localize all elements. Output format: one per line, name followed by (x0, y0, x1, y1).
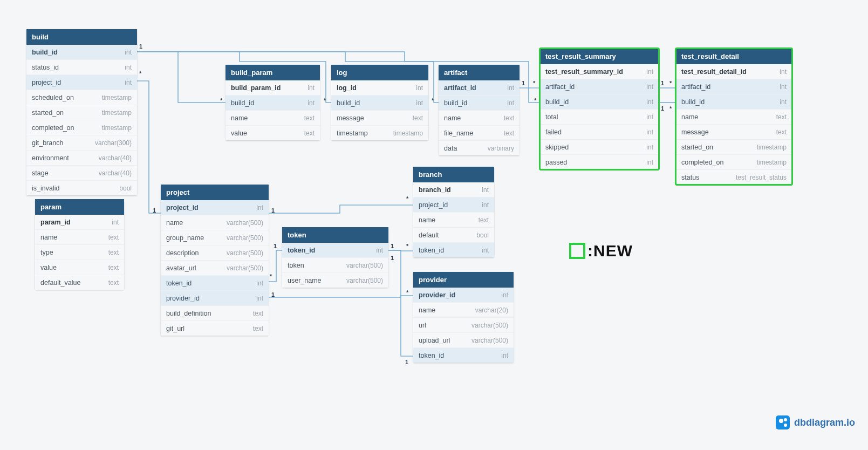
field-row[interactable]: valuetext (225, 126, 320, 140)
field-row[interactable]: token_idint (282, 243, 388, 258)
field-row[interactable]: test_result_detail_idint (676, 64, 792, 79)
entity-build[interactable]: buildbuild_idintstatus_idintproject_idin… (26, 29, 137, 195)
field-row[interactable]: branch_idint (413, 182, 494, 197)
field-row[interactable]: skippedint (540, 140, 659, 155)
cardinality-label: 1 (405, 359, 408, 365)
field-type: int (482, 186, 489, 194)
erd-canvas[interactable]: :NEW dbdiagram.io buildbuild_idintstatus… (0, 0, 868, 450)
field-name: data (444, 145, 457, 152)
field-row[interactable]: completed_ontimestamp (676, 155, 792, 170)
entity-header[interactable]: project (161, 185, 269, 200)
entity-provider[interactable]: providerprovider_idintnamevarchar(20)url… (413, 272, 514, 363)
entity-test_result_summary[interactable]: test_result_summarytest_result_summary_i… (540, 49, 659, 169)
field-row[interactable]: artifact_idint (439, 80, 520, 96)
field-row[interactable]: valuetext (35, 260, 124, 275)
field-row[interactable]: project_idint (413, 197, 494, 213)
field-row[interactable]: status_idint (26, 60, 137, 75)
entity-artifact[interactable]: artifactartifact_idintbuild_idintnametex… (439, 65, 520, 155)
watermark[interactable]: dbdiagram.io (776, 415, 855, 429)
field-row[interactable]: totalint (540, 110, 659, 125)
field-type: int (646, 144, 653, 151)
field-row[interactable]: nametext (35, 230, 124, 245)
field-row[interactable]: namevarchar(500) (161, 215, 269, 230)
field-row[interactable]: urlvarchar(500) (413, 318, 514, 333)
entity-header[interactable]: provider (413, 272, 514, 288)
entity-header[interactable]: build (26, 29, 137, 45)
field-row[interactable]: build_idint (331, 96, 428, 111)
field-row[interactable]: started_ontimestamp (676, 140, 792, 155)
field-row[interactable]: build_definitiontext (161, 306, 269, 321)
field-row[interactable]: token_idint (413, 243, 494, 257)
entity-header[interactable]: test_result_summary (540, 49, 659, 64)
field-row[interactable]: group_namevarchar(500) (161, 230, 269, 246)
field-row[interactable]: scheduled_ontimestamp (26, 90, 137, 105)
entity-header[interactable]: branch (413, 167, 494, 182)
field-name: group_name (166, 234, 204, 242)
field-row[interactable]: timestamptimestamp (331, 126, 428, 140)
field-row[interactable]: git_branchvarchar(300) (26, 135, 137, 151)
field-row[interactable]: provider_idint (413, 288, 514, 303)
field-row[interactable]: user_namevarchar(500) (282, 273, 388, 288)
entity-project[interactable]: projectproject_idintnamevarchar(500)grou… (161, 185, 269, 336)
entity-header[interactable]: artifact (439, 65, 520, 80)
field-row[interactable]: messagetext (676, 125, 792, 140)
field-type: bool (476, 231, 489, 239)
field-row[interactable]: descriptionvarchar(500) (161, 246, 269, 261)
field-row[interactable]: nametext (676, 110, 792, 125)
field-row[interactable]: statustest_result_status (676, 170, 792, 185)
field-row[interactable]: test_result_summary_idint (540, 64, 659, 79)
field-row[interactable]: failedint (540, 125, 659, 140)
field-row[interactable]: build_idint (439, 96, 520, 111)
entity-test_result_detail[interactable]: test_result_detailtest_result_detail_idi… (676, 49, 792, 185)
field-row[interactable]: environmentvarchar(40) (26, 151, 137, 166)
entity-build_param[interactable]: build_parambuild_param_idintbuild_idintn… (225, 65, 320, 140)
field-row[interactable]: nametext (413, 213, 494, 228)
field-type: int (501, 291, 508, 299)
field-row[interactable]: messagetext (331, 111, 428, 126)
field-row[interactable]: typetext (35, 245, 124, 260)
field-row[interactable]: namevarchar(20) (413, 303, 514, 318)
field-row[interactable]: build_param_idint (225, 80, 320, 96)
field-row[interactable]: project_idint (26, 75, 137, 90)
field-row[interactable]: build_idint (26, 45, 137, 60)
entity-header[interactable]: build_param (225, 65, 320, 80)
field-row[interactable]: project_idint (161, 200, 269, 215)
entity-log[interactable]: loglog_idintbuild_idintmessagetexttimest… (331, 65, 428, 140)
field-row[interactable]: default_valuetext (35, 275, 124, 290)
field-row[interactable]: token_idint (161, 276, 269, 291)
field-row[interactable]: artifact_idint (540, 79, 659, 94)
field-row[interactable]: is_invalidbool (26, 181, 137, 195)
field-row[interactable]: build_idint (676, 94, 792, 110)
field-row[interactable]: provider_idint (161, 291, 269, 306)
field-row[interactable]: upload_urlvarchar(500) (413, 333, 514, 348)
entity-header[interactable]: param (35, 199, 124, 215)
field-row[interactable]: build_idint (540, 94, 659, 110)
field-row[interactable]: file_nametext (439, 126, 520, 141)
entity-header[interactable]: log (331, 65, 428, 80)
entity-header[interactable]: token (282, 227, 388, 243)
field-row[interactable]: started_ontimestamp (26, 105, 137, 120)
field-name: scheduled_on (32, 94, 74, 101)
field-row[interactable]: defaultbool (413, 228, 494, 243)
entity-token[interactable]: tokentoken_idinttokenvarchar(500)user_na… (282, 227, 388, 288)
field-row[interactable]: nametext (225, 111, 320, 126)
field-row[interactable]: datavarbinary (439, 141, 520, 155)
field-row[interactable]: tokenvarchar(500) (282, 258, 388, 273)
field-type: int (376, 247, 383, 254)
field-row[interactable]: token_idint (413, 348, 514, 363)
field-row[interactable]: passedint (540, 155, 659, 169)
field-row[interactable]: completed_ontimestamp (26, 120, 137, 135)
cardinality-label: * (669, 80, 672, 86)
field-row[interactable]: param_idint (35, 215, 124, 230)
field-row[interactable]: build_idint (225, 96, 320, 111)
field-row[interactable]: git_urltext (161, 321, 269, 336)
field-row[interactable]: nametext (439, 111, 520, 126)
field-row[interactable]: stagevarchar(40) (26, 166, 137, 181)
field-row[interactable]: avatar_urlvarchar(500) (161, 261, 269, 276)
field-row[interactable]: log_idint (331, 80, 428, 96)
field-name: build_param_id (231, 84, 281, 92)
field-row[interactable]: artifact_idint (676, 79, 792, 94)
entity-header[interactable]: test_result_detail (676, 49, 792, 64)
entity-param[interactable]: paramparam_idintnametexttypetextvaluetex… (35, 199, 124, 290)
entity-branch[interactable]: branchbranch_idintproject_idintnametextd… (413, 167, 494, 257)
